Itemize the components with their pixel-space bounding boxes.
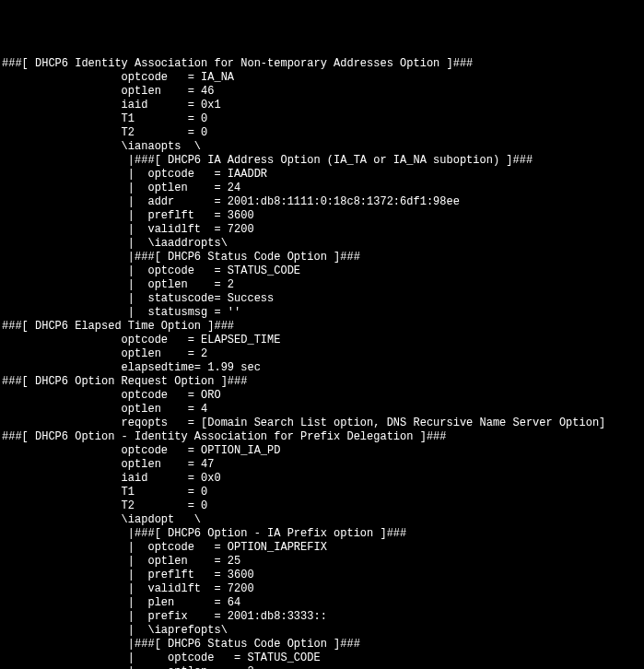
terminal-output: ###[ DHCP6 Identity Association for Non-… bbox=[2, 57, 642, 669]
